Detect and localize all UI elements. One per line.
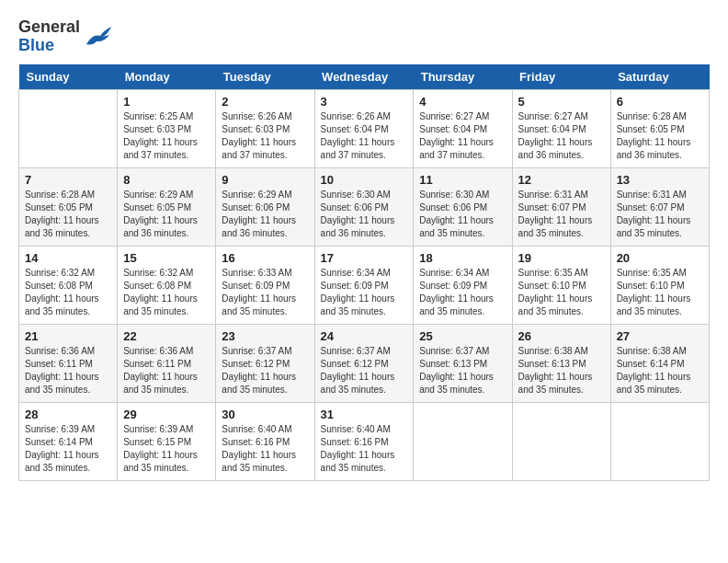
day-number: 26: [518, 329, 605, 343]
day-info: Sunrise: 6:36 AM Sunset: 6:11 PM Dayligh…: [123, 345, 210, 396]
day-number: 19: [518, 251, 605, 265]
calendar-table: SundayMondayTuesdayWednesdayThursdayFrid…: [18, 64, 710, 481]
day-number: 24: [321, 329, 408, 343]
logo: GeneralBlue: [18, 18, 113, 55]
day-number: 21: [25, 329, 111, 343]
calendar-cell: 26Sunrise: 6:38 AM Sunset: 6:13 PM Dayli…: [512, 324, 610, 402]
calendar-cell: 13Sunrise: 6:31 AM Sunset: 6:07 PM Dayli…: [610, 167, 709, 246]
calendar-cell: 30Sunrise: 6:40 AM Sunset: 6:16 PM Dayli…: [216, 402, 314, 480]
day-number: 20: [617, 251, 703, 265]
day-number: 6: [617, 95, 703, 109]
calendar-cell: [512, 402, 610, 480]
day-info: Sunrise: 6:27 AM Sunset: 6:04 PM Dayligh…: [518, 110, 605, 162]
day-info: Sunrise: 6:40 AM Sunset: 6:16 PM Dayligh…: [321, 423, 408, 475]
day-number: 29: [123, 408, 210, 421]
day-info: Sunrise: 6:26 AM Sunset: 6:04 PM Dayligh…: [321, 110, 408, 162]
calendar-week-row: 7Sunrise: 6:28 AM Sunset: 6:05 PM Daylig…: [19, 167, 710, 246]
day-number: 31: [321, 408, 408, 421]
calendar-cell: 28Sunrise: 6:39 AM Sunset: 6:14 PM Dayli…: [19, 402, 118, 480]
logo-container: GeneralBlue: [18, 18, 113, 55]
day-number: 18: [419, 251, 506, 265]
day-info: Sunrise: 6:37 AM Sunset: 6:13 PM Dayligh…: [419, 345, 506, 396]
calendar-cell: 22Sunrise: 6:36 AM Sunset: 6:11 PM Dayli…: [118, 324, 216, 402]
calendar-cell: [610, 402, 709, 480]
day-info: Sunrise: 6:31 AM Sunset: 6:07 PM Dayligh…: [518, 189, 605, 240]
calendar-cell: 24Sunrise: 6:37 AM Sunset: 6:12 PM Dayli…: [314, 324, 414, 402]
calendar-cell: 19Sunrise: 6:35 AM Sunset: 6:10 PM Dayli…: [512, 246, 610, 324]
day-info: Sunrise: 6:29 AM Sunset: 6:05 PM Dayligh…: [123, 189, 210, 240]
day-number: 4: [419, 95, 506, 109]
calendar-cell: 11Sunrise: 6:30 AM Sunset: 6:06 PM Dayli…: [414, 167, 512, 246]
day-number: 7: [25, 173, 111, 187]
calendar-cell: [19, 89, 118, 167]
day-number: 22: [123, 329, 210, 343]
day-info: Sunrise: 6:28 AM Sunset: 6:05 PM Dayligh…: [617, 110, 703, 162]
calendar-cell: 23Sunrise: 6:37 AM Sunset: 6:12 PM Dayli…: [216, 324, 314, 402]
logo-text-general: GeneralBlue: [18, 18, 80, 55]
logo-bird-icon: [84, 24, 113, 50]
calendar-cell: 20Sunrise: 6:35 AM Sunset: 6:10 PM Dayli…: [610, 246, 709, 324]
weekday-header-sunday: Sunday: [19, 64, 118, 90]
calendar-cell: 18Sunrise: 6:34 AM Sunset: 6:09 PM Dayli…: [414, 246, 512, 324]
day-number: 11: [419, 173, 506, 187]
day-info: Sunrise: 6:37 AM Sunset: 6:12 PM Dayligh…: [321, 345, 408, 396]
day-number: 12: [518, 173, 605, 187]
day-info: Sunrise: 6:29 AM Sunset: 6:06 PM Dayligh…: [222, 189, 308, 240]
calendar-cell: 3Sunrise: 6:26 AM Sunset: 6:04 PM Daylig…: [314, 89, 414, 167]
day-number: 25: [419, 329, 506, 343]
day-number: 28: [25, 408, 111, 421]
calendar-cell: 31Sunrise: 6:40 AM Sunset: 6:16 PM Dayli…: [314, 402, 414, 480]
calendar-cell: 15Sunrise: 6:32 AM Sunset: 6:08 PM Dayli…: [118, 246, 216, 324]
weekday-header-thursday: Thursday: [414, 64, 512, 90]
weekday-header-tuesday: Tuesday: [216, 64, 314, 90]
calendar-cell: 1Sunrise: 6:25 AM Sunset: 6:03 PM Daylig…: [118, 89, 216, 167]
calendar-cell: 12Sunrise: 6:31 AM Sunset: 6:07 PM Dayli…: [512, 167, 610, 246]
day-info: Sunrise: 6:30 AM Sunset: 6:06 PM Dayligh…: [419, 189, 506, 240]
day-number: 8: [123, 173, 210, 187]
day-number: 27: [617, 329, 703, 343]
page-header: GeneralBlue: [18, 18, 710, 55]
day-info: Sunrise: 6:40 AM Sunset: 6:16 PM Dayligh…: [222, 423, 308, 475]
day-info: Sunrise: 6:38 AM Sunset: 6:14 PM Dayligh…: [617, 345, 703, 396]
calendar-cell: 10Sunrise: 6:30 AM Sunset: 6:06 PM Dayli…: [314, 167, 414, 246]
day-number: 2: [222, 95, 308, 109]
day-info: Sunrise: 6:34 AM Sunset: 6:09 PM Dayligh…: [419, 267, 506, 318]
calendar-week-row: 28Sunrise: 6:39 AM Sunset: 6:14 PM Dayli…: [19, 402, 710, 480]
weekday-header-monday: Monday: [118, 64, 216, 90]
calendar-cell: 5Sunrise: 6:27 AM Sunset: 6:04 PM Daylig…: [512, 89, 610, 167]
day-number: 13: [617, 173, 703, 187]
calendar-cell: 27Sunrise: 6:38 AM Sunset: 6:14 PM Dayli…: [610, 324, 709, 402]
day-number: 10: [321, 173, 408, 187]
day-info: Sunrise: 6:33 AM Sunset: 6:09 PM Dayligh…: [222, 267, 308, 318]
day-number: 5: [518, 95, 605, 109]
calendar-cell: 8Sunrise: 6:29 AM Sunset: 6:05 PM Daylig…: [118, 167, 216, 246]
calendar-week-row: 1Sunrise: 6:25 AM Sunset: 6:03 PM Daylig…: [19, 89, 710, 167]
calendar-cell: 4Sunrise: 6:27 AM Sunset: 6:04 PM Daylig…: [414, 89, 512, 167]
day-info: Sunrise: 6:32 AM Sunset: 6:08 PM Dayligh…: [25, 267, 111, 318]
weekday-header-saturday: Saturday: [610, 64, 709, 90]
day-info: Sunrise: 6:35 AM Sunset: 6:10 PM Dayligh…: [617, 267, 703, 318]
calendar-cell: [414, 402, 512, 480]
calendar-cell: 7Sunrise: 6:28 AM Sunset: 6:05 PM Daylig…: [19, 167, 118, 246]
day-info: Sunrise: 6:35 AM Sunset: 6:10 PM Dayligh…: [518, 267, 605, 318]
weekday-header-wednesday: Wednesday: [314, 64, 414, 90]
day-info: Sunrise: 6:28 AM Sunset: 6:05 PM Dayligh…: [25, 189, 111, 240]
day-info: Sunrise: 6:34 AM Sunset: 6:09 PM Dayligh…: [321, 267, 408, 318]
day-info: Sunrise: 6:38 AM Sunset: 6:13 PM Dayligh…: [518, 345, 605, 396]
calendar-cell: 16Sunrise: 6:33 AM Sunset: 6:09 PM Dayli…: [216, 246, 314, 324]
day-info: Sunrise: 6:39 AM Sunset: 6:15 PM Dayligh…: [123, 423, 210, 475]
day-number: 14: [25, 251, 111, 265]
day-info: Sunrise: 6:25 AM Sunset: 6:03 PM Dayligh…: [123, 110, 210, 162]
weekday-header-friday: Friday: [512, 64, 610, 90]
day-number: 16: [222, 251, 308, 265]
day-info: Sunrise: 6:26 AM Sunset: 6:03 PM Dayligh…: [222, 110, 308, 162]
day-number: 30: [222, 408, 308, 421]
day-info: Sunrise: 6:37 AM Sunset: 6:12 PM Dayligh…: [222, 345, 308, 396]
day-number: 1: [123, 95, 210, 109]
calendar-cell: 14Sunrise: 6:32 AM Sunset: 6:08 PM Dayli…: [19, 246, 118, 324]
day-info: Sunrise: 6:30 AM Sunset: 6:06 PM Dayligh…: [321, 189, 408, 240]
day-info: Sunrise: 6:27 AM Sunset: 6:04 PM Dayligh…: [419, 110, 506, 162]
calendar-week-row: 21Sunrise: 6:36 AM Sunset: 6:11 PM Dayli…: [19, 324, 710, 402]
calendar-cell: 29Sunrise: 6:39 AM Sunset: 6:15 PM Dayli…: [118, 402, 216, 480]
day-number: 17: [321, 251, 408, 265]
